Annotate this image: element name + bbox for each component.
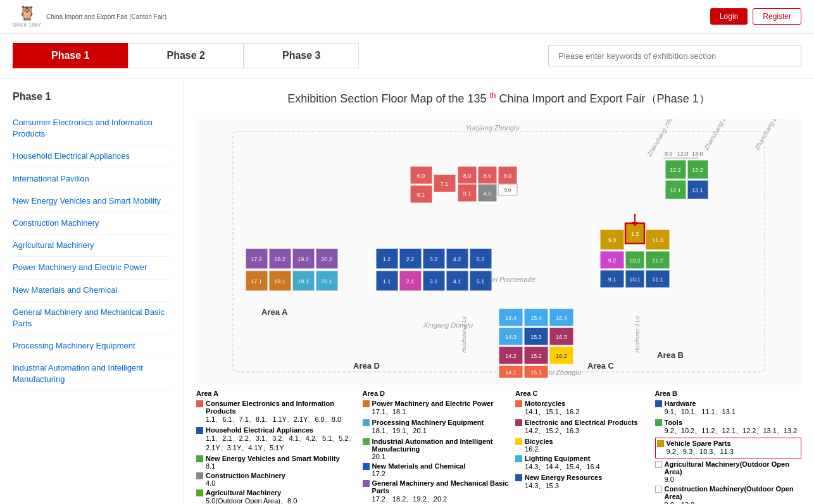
legend-label: Construction Machinery4.0 (206, 472, 285, 487)
legend-item: Industrial Automation and Intelligent Ma… (363, 438, 510, 460)
floor-map-svg: Yuejiang Zhonglu Zhanchang Xilu Zhanchan… (196, 119, 801, 384)
svg-text:8.0: 8.0 (504, 173, 512, 179)
svg-text:Area A: Area A (261, 307, 288, 317)
svg-text:18.1: 18.1 (274, 278, 285, 285)
svg-text:3.2: 3.2 (430, 256, 438, 262)
map-title: Exhibition Section Floor Map of the 135 … (196, 91, 801, 106)
phase-tab-1[interactable]: Phase 1 (13, 43, 128, 68)
legend-color-agricultural (196, 489, 203, 496)
svg-text:3.1: 3.1 (430, 278, 438, 285)
legend-item: Bicycles16.2 (515, 438, 648, 453)
svg-text:14.3: 14.3 (505, 334, 517, 340)
svg-text:16.2: 16.2 (556, 353, 567, 359)
svg-text:15.2: 15.2 (530, 353, 542, 359)
svg-text:9.3: 9.3 (608, 237, 617, 243)
svg-text:11.3: 11.3 (652, 237, 663, 243)
legend-color-processing (363, 419, 370, 426)
svg-text:Area B: Area B (657, 350, 684, 360)
svg-text:16.4: 16.4 (556, 315, 567, 321)
svg-text:14.1: 14.1 (505, 369, 517, 376)
svg-text:5.0: 5.0 (504, 187, 511, 193)
svg-text:8.0: 8.0 (484, 173, 492, 179)
sidebar-item-consumer-electronics[interactable]: Consumer Electronics and Information Pro… (13, 112, 170, 145)
svg-text:13.0: 13.0 (692, 151, 703, 157)
header: 🦉 Since 1957 China Import and Export Fai… (0, 0, 814, 34)
legend-label: New Energy Resources14.3、15.3 (525, 474, 602, 491)
svg-text:17.1: 17.1 (251, 278, 262, 285)
sidebar-item-processing[interactable]: Processing Machinery Equipment (13, 335, 170, 357)
logo-area: 🦉 Since 1957 China Import and Export Fai… (13, 5, 166, 28)
svg-text:Huizhuan 2 Lu: Huizhuan 2 Lu (461, 316, 467, 353)
legend-color-nev (196, 455, 203, 462)
sidebar-item-industrial[interactable]: Industrial Automation and Intelligent Ma… (13, 357, 170, 391)
sidebar-item-construction[interactable]: Construction Machinery (13, 212, 170, 235)
legend-label: Motorcycles14.1、15.1、16.2 (525, 400, 579, 417)
svg-text:14.2: 14.2 (505, 353, 517, 359)
svg-text:17.2: 17.2 (251, 256, 262, 262)
svg-text:7.1: 7.1 (441, 181, 449, 187)
legend-label: Processing Machinery Equipment18.1、19.1、… (372, 419, 484, 436)
legend-color-lighting (515, 455, 522, 462)
svg-text:13.2: 13.2 (692, 167, 703, 173)
legend-color-motorcycles (515, 400, 522, 407)
register-button[interactable]: Register (753, 8, 801, 25)
svg-text:19.2: 19.2 (297, 256, 309, 262)
legend-label: Tools9.2、10.2、11.2、12.1、12.2、13.1、13.2 (665, 419, 798, 436)
sidebar-item-household[interactable]: Household Electrical Appliances (13, 145, 170, 168)
legend-label: Hardware9.1、10.1、11.1、13.1 (665, 400, 736, 417)
legend-color-construction (196, 472, 203, 479)
legend-item: Agricultural Machinery(Outdoor Open Area… (655, 460, 802, 483)
legend-item: Hardware9.1、10.1、11.1、13.1 (655, 400, 802, 417)
legend-label: New Materials and Chemical17.2 (372, 462, 466, 477)
legend-label: New Energy Vehicles and Smart Mobility8.… (206, 455, 340, 470)
legend-label: Bicycles16.2 (525, 438, 553, 453)
legend-item: General Machinery and Mechanical Basic P… (363, 479, 510, 504)
login-button[interactable]: Login (710, 8, 748, 25)
svg-text:9.1: 9.1 (608, 276, 617, 283)
phase-tab-2[interactable]: Phase 2 (128, 43, 243, 68)
svg-text:16.3: 16.3 (556, 334, 567, 340)
legend-color-construction-outdoor (655, 486, 662, 493)
legend-area-a: Area A Consumer Electronics and Informat… (196, 390, 356, 504)
legend-label: Power Machinery and Electric Power17.1、1… (372, 400, 494, 417)
phase-tab-3[interactable]: Phase 3 (244, 43, 359, 68)
sidebar-item-international[interactable]: International Pavilion (13, 168, 170, 190)
legend-area-a-title: Area A (196, 390, 356, 397)
legend-container: Area A Consumer Electronics and Informat… (196, 390, 801, 504)
sidebar-item-power-machinery[interactable]: Power Machinery and Electric Power (13, 257, 170, 279)
search-input[interactable] (548, 46, 801, 66)
legend-color-electronic (515, 419, 522, 426)
sidebar: Phase 1 Consumer Electronics and Informa… (0, 78, 184, 504)
legend-label: Electronic and Electrical Products14.2、1… (525, 419, 638, 436)
legend-label: Lighting Equipment14.3、14.4、15.4、16.4 (525, 455, 600, 472)
phase-tabs-container: Phase 1 Phase 2 Phase 3 (0, 34, 814, 78)
sidebar-item-new-materials[interactable]: New Materials and Chemical (13, 280, 170, 302)
legend-item: Electronic and Electrical Products14.2、1… (515, 419, 648, 436)
sidebar-item-new-energy-vehicles[interactable]: New Energy Vehicles and Smart Mobility (13, 190, 170, 212)
svg-text:1.1: 1.1 (383, 278, 391, 285)
svg-text:15.4: 15.4 (530, 315, 542, 321)
svg-text:4.0: 4.0 (484, 190, 492, 197)
legend-color-materials (363, 463, 370, 470)
legend-color-agri-outdoor (655, 461, 662, 468)
sidebar-item-general-machinery[interactable]: General Machinery and Mechanical Basic P… (13, 302, 170, 335)
sidebar-item-agricultural[interactable]: Agricultural Machinery (13, 235, 170, 257)
svg-text:15.1: 15.1 (530, 369, 542, 376)
svg-text:2.2: 2.2 (406, 256, 415, 262)
svg-text:Area D: Area D (353, 361, 380, 371)
legend-color-power (363, 400, 370, 407)
legend-label: Agricultural Machinery(Outdoor Open Area… (665, 460, 802, 483)
legend-label: Consumer Electronics and Information Pro… (206, 400, 356, 424)
svg-text:5.2: 5.2 (477, 256, 485, 262)
legend-area-b-title: Area B (655, 390, 802, 397)
svg-text:4.1: 4.1 (453, 278, 461, 285)
svg-text:Yuejiang Zhonglu: Yuejiang Zhonglu (465, 124, 519, 132)
legend-item: Household Electrical Appliances1.1、2.1、2… (196, 426, 356, 453)
legend-area-d: Area D Power Machinery and Electric Powe… (363, 390, 510, 504)
legend-item: Construction Machinery4.0 (196, 472, 356, 487)
svg-text:8.0: 8.0 (463, 173, 472, 179)
svg-text:10.1: 10.1 (629, 276, 641, 283)
legend-label: Household Electrical Appliances1.1、2.1、2… (206, 426, 356, 453)
svg-text:4.2: 4.2 (453, 256, 461, 262)
svg-text:14.4: 14.4 (505, 315, 517, 321)
